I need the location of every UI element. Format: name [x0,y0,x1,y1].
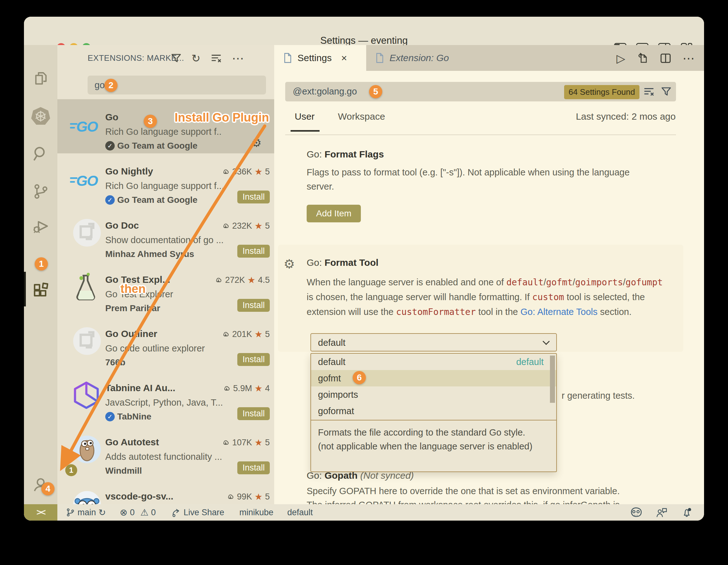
kube-context-status-item[interactable]: minikube [239,508,273,517]
dropdown-option-goformat[interactable]: goformat [311,403,556,419]
warnings-count: 0 [151,508,156,517]
extension-list-item[interactable]: Go Test Expl... 272K ★ 4.5Go Test Explor… [57,262,274,316]
extension-publisher: Windmill [105,466,142,476]
extension-name: Go Nightly [105,166,153,177]
dropdown-scrollbar[interactable] [550,355,555,403]
extension-stats: 201K ★ 5 [222,329,270,339]
extension-list-item[interactable]: Go Outliner 201K ★ 5Go code outline expl… [57,316,274,370]
source-control-icon[interactable] [24,176,57,207]
open-settings-json-icon[interactable] [637,52,649,65]
tab-extension-go[interactable]: Extension: Go [366,45,477,71]
sidebar-title: EXTENSIONS: MARKE... [88,53,184,63]
notifications-bell-icon[interactable] [681,506,693,518]
settings-editor: @ext:golang.go 64 Settings Found User Wo… [274,71,704,504]
extensions-icon[interactable] [24,274,57,304]
extension-description: Rich Go language support f... [105,181,269,191]
tab-settings[interactable]: Settings × [274,45,366,71]
setting-format-flags-description: Flags to pass to format tool (e.g. ["-s"… [307,165,647,194]
download-count: 107K [232,438,252,447]
install-button[interactable]: Install [237,245,270,258]
extension-list-item[interactable]: GOGoRich Go language support f..✓Go Team… [57,99,274,153]
filter-settings-icon[interactable] [661,86,672,97]
close-tab-icon[interactable]: × [341,52,347,64]
extension-list: GOGoRich Go language support f..✓Go Team… [57,99,274,504]
annotation-step-5: 5 [369,85,382,98]
alternate-tools-link[interactable]: Go: Alternate Tools [520,307,598,317]
rating: 5 [265,329,270,339]
dropdown-option-goimports[interactable]: goimports [311,386,556,403]
extension-icon [72,434,102,469]
extension-icon [72,380,102,415]
explorer-icon[interactable] [24,63,57,93]
warnings-icon: ⚠ [140,507,148,518]
kubernetes-icon[interactable] [24,101,57,131]
extension-description: Rich Go language support f.. [105,127,269,137]
extension-list-item[interactable]: Tabnine AI Au... 5.9M ★ 4JavaScript, Pyt… [57,370,274,424]
extension-icon [72,218,102,252]
extension-search-value: go [95,80,105,90]
active-scope-underline [291,130,320,132]
problems-status-item[interactable]: ⊗ 0 ⚠ 0 [120,507,156,518]
annotation-install-go-plugin: Install Go Plugin [175,111,269,124]
option-default-detail: default [516,357,544,367]
extension-icon [72,488,102,504]
extension-publisher: 766b [105,357,125,367]
install-button[interactable]: Install [237,353,270,366]
install-button[interactable]: Install [237,299,270,312]
add-item-button[interactable]: Add Item [307,205,361,222]
install-button[interactable]: Install [237,461,270,474]
format-tool-select[interactable]: default [310,333,557,351]
kube-namespace-status-item[interactable]: default [287,508,313,517]
branch-status-item[interactable]: main ↻ [66,507,106,518]
extension-stats: 336K ★ 5 [222,167,270,177]
editor-more-actions-icon[interactable]: ⋯ [683,51,695,65]
install-button[interactable]: Install [237,407,270,420]
rating: 4.5 [258,275,270,285]
vscode-window: Settings — eventing [24,17,704,521]
download-count: 232K [232,221,252,231]
settings-search-input[interactable]: @ext:golang.go 64 Settings Found [285,82,676,101]
extension-list-item[interactable]: Go Doc 232K ★ 5Show documentation of go … [57,208,274,262]
tab-bar: Settings × Extension: Go ▷ ⋯ [274,45,704,71]
extension-publisher: ✓Go Team at Google [105,195,198,205]
filter-icon[interactable] [171,53,182,64]
refresh-icon[interactable]: ↻ [192,52,201,65]
clear-settings-search-icon[interactable] [643,86,655,97]
extension-icon [72,326,102,360]
dropdown-option-gofmt[interactable]: gofmt [311,370,556,386]
window-title: Settings — eventing [24,35,704,46]
split-editor-icon[interactable] [660,53,671,64]
feedback-icon[interactable] [656,507,667,518]
extension-publisher: Prem Parihar [105,303,160,313]
run-debug-icon[interactable] [24,211,57,241]
setting-gear-icon[interactable]: ⚙ [284,257,295,271]
settings-search-value: @ext:golang.go [293,86,357,97]
install-button[interactable]: Install [237,191,270,204]
live-share-status-item[interactable]: Live Share [171,507,224,517]
annotation-step-2: 2 [104,79,118,92]
account-badge: 1 [65,464,77,476]
extension-icon: GO [72,109,102,144]
extension-manage-gear-icon[interactable]: ⚙ [251,136,262,149]
extension-publisher: ✓Go Team at Google [105,141,198,151]
scope-tab-user[interactable]: User [295,111,315,122]
format-tool-dropdown: defaultdefaultgofmtgoimportsgoformat For… [310,353,557,472]
extension-name: vscode-go-sv... [105,491,173,502]
remote-indicator[interactable]: >< [24,504,57,521]
extension-list-item[interactable]: vscode-go-sv... 99K ★ 5 [57,478,274,504]
github-icon[interactable] [630,507,642,518]
extension-name: Go [105,112,118,123]
divider [285,135,676,135]
star-icon: ★ [255,383,263,394]
star-icon: ★ [255,492,263,502]
run-settings-icon[interactable]: ▷ [616,52,625,65]
scope-tab-workspace[interactable]: Workspace [338,111,385,122]
dropdown-option-default[interactable]: defaultdefault [311,354,556,370]
rating: 4 [265,383,270,393]
extension-list-item[interactable]: GOGo Nightly 336K ★ 5Rich Go language su… [57,153,274,208]
extension-list-item[interactable]: Go Autotest 107K ★ 5Adds autotest functi… [57,424,274,478]
search-icon[interactable] [24,139,57,169]
extension-stats: 232K ★ 5 [222,221,270,231]
clear-extension-search-icon[interactable] [211,53,222,64]
more-actions-icon[interactable]: ⋯ [232,51,244,65]
